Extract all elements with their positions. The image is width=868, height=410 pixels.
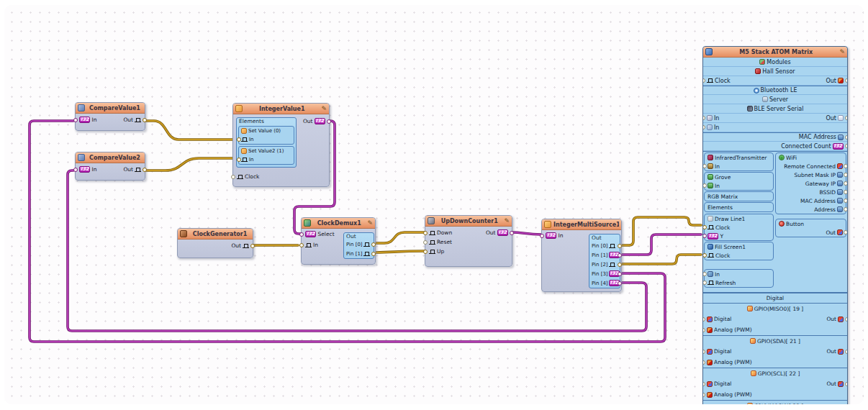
m5-section-label: Hall Sensor bbox=[703, 67, 847, 76]
pin-connector[interactable] bbox=[423, 240, 428, 245]
m5-pin-row: Out bbox=[776, 228, 846, 237]
pin-connector[interactable] bbox=[371, 252, 376, 256]
wire-IntegerMultiSource1.Pin [0] -> M5 Stack ATOM Matrix.Draw Line1.Clock[interactable] bbox=[622, 217, 701, 245]
ble-serial-icon bbox=[747, 106, 753, 111]
pin-connector[interactable] bbox=[250, 244, 255, 248]
wire-UpDownCounter1.Out -> IntegerMultiSource1.In[interactable] bbox=[512, 232, 541, 234]
pin-connector[interactable] bbox=[702, 281, 707, 285]
edit-icon[interactable] bbox=[321, 106, 327, 112]
block-integermultisource1[interactable]: IntegerMultiSource1 I32 In Out Pin [0] P… bbox=[541, 219, 622, 292]
pin-connector[interactable] bbox=[702, 317, 705, 322]
pin-connector[interactable] bbox=[845, 317, 848, 322]
block-updowncounter1[interactable]: UpDownCounter1 Down OutI32 Reset Up bbox=[425, 215, 512, 267]
wire-CompareValue1.Out -> IntegerValue1.Set Value (0).In[interactable] bbox=[145, 121, 233, 140]
pin-connector[interactable] bbox=[845, 78, 848, 83]
block-integervalue1[interactable]: IntegerValue1 Elements Set Value (0) In … bbox=[232, 103, 330, 187]
pin-connector[interactable] bbox=[845, 116, 848, 120]
pin-connector[interactable] bbox=[844, 207, 848, 211]
pin-label: Analog (PWM) bbox=[714, 391, 752, 398]
pin-connector[interactable] bbox=[143, 118, 147, 122]
edit-icon[interactable] bbox=[367, 220, 373, 227]
block-header[interactable]: IntegerMultiSource1 bbox=[542, 219, 621, 230]
pin-connector[interactable] bbox=[540, 234, 544, 238]
pin-connector[interactable] bbox=[299, 232, 304, 237]
pin-row: I32 In bbox=[542, 231, 584, 240]
block-header[interactable]: UpDownCounter1 bbox=[425, 216, 512, 227]
pin-connector[interactable] bbox=[702, 382, 705, 386]
pin-connector[interactable] bbox=[844, 173, 848, 177]
pin-connector[interactable] bbox=[702, 253, 707, 258]
block-clockgenerator1[interactable]: ClockGenerator1 Out bbox=[177, 228, 253, 258]
pin-connector[interactable] bbox=[618, 272, 622, 276]
pin-connector[interactable] bbox=[702, 350, 705, 354]
edit-icon[interactable] bbox=[504, 218, 510, 224]
pin-label: Out bbox=[826, 381, 836, 387]
m5-pin-row: In bbox=[705, 181, 773, 190]
block-m5-stack-atom-matrix[interactable]: M5 Stack ATOM Matrix ModulesHall SensorC… bbox=[702, 46, 848, 404]
m5-pin-row: Gateway IP bbox=[776, 179, 846, 188]
pin-connector[interactable] bbox=[702, 78, 705, 83]
wire-IntegerMultiSource1.Pin [2] -> M5 Stack ATOM Matrix.Fill Screen1.Clock[interactable] bbox=[622, 255, 701, 264]
pin-connector[interactable] bbox=[237, 158, 241, 162]
pin-connector[interactable] bbox=[143, 168, 147, 172]
pin-connector[interactable] bbox=[423, 250, 428, 254]
wire-CompareValue2.Out -> IntegerValue1.Set Value2 (1).In[interactable] bbox=[145, 158, 233, 170]
m5-section-label: Digital bbox=[703, 293, 847, 303]
block-header[interactable]: CompareValue2 bbox=[76, 152, 145, 163]
block-title: M5 Stack ATOM Matrix bbox=[715, 49, 837, 55]
visual-editor-canvas[interactable]: CompareValue1 I32 In Out CompareValue2 I… bbox=[4, 5, 864, 404]
pin-connector[interactable] bbox=[845, 135, 848, 140]
pin-connector[interactable] bbox=[423, 231, 428, 235]
m5-sub-panel: Elements bbox=[704, 202, 774, 212]
element-item[interactable]: Set Value2 (1) In bbox=[238, 146, 294, 165]
wire-ClockDemux1.Pin [0] -> UpDownCounter1.Down[interactable] bbox=[376, 232, 425, 243]
pin-connector[interactable] bbox=[618, 263, 622, 267]
pin-label: In bbox=[249, 157, 254, 163]
block-header[interactable]: CompareValue1 bbox=[76, 103, 145, 114]
edit-icon[interactable] bbox=[839, 49, 845, 55]
pin-label: Elements bbox=[707, 204, 733, 211]
block-comparevalue1[interactable]: CompareValue1 I32 In Out bbox=[75, 102, 145, 131]
pin-connector[interactable] bbox=[371, 242, 376, 247]
block-comparevalue2[interactable]: CompareValue2 I32 In Out bbox=[75, 152, 145, 181]
pin-connector[interactable] bbox=[299, 243, 304, 247]
pin-connector[interactable] bbox=[702, 393, 705, 397]
clock-glyph bbox=[707, 280, 714, 286]
pin-connector[interactable] bbox=[702, 164, 707, 168]
grove-in-icon bbox=[707, 183, 713, 188]
pin-connector[interactable] bbox=[844, 181, 848, 186]
pin-connector[interactable] bbox=[702, 116, 705, 120]
pin-connector[interactable] bbox=[702, 360, 705, 365]
pin-connector[interactable] bbox=[702, 125, 705, 129]
pin-connector[interactable] bbox=[845, 144, 848, 148]
pin-connector[interactable] bbox=[844, 230, 848, 234]
pin-connector[interactable] bbox=[702, 234, 707, 238]
pin-connector[interactable] bbox=[618, 244, 622, 248]
pin-connector[interactable] bbox=[702, 328, 705, 332]
pin-connector[interactable] bbox=[702, 183, 707, 188]
pin-connector[interactable] bbox=[237, 137, 241, 142]
block-clockdemux1[interactable]: ClockDemux1 I32 Select In Out Pin [0] Pi… bbox=[301, 217, 376, 265]
block-header[interactable]: ClockGenerator1 bbox=[178, 229, 253, 240]
pin-connector[interactable] bbox=[702, 225, 707, 229]
pin-connector[interactable] bbox=[845, 382, 848, 386]
block-header[interactable]: IntegerValue1 bbox=[233, 104, 329, 114]
pin-connector[interactable] bbox=[844, 164, 848, 168]
pin-connector[interactable] bbox=[73, 118, 78, 122]
element-item[interactable]: Set Value (0) In bbox=[238, 126, 294, 145]
block-header[interactable]: ClockDemux1 bbox=[302, 218, 375, 229]
pin-connector[interactable] bbox=[702, 272, 707, 276]
pin-connector[interactable] bbox=[327, 119, 331, 124]
pin-connector[interactable] bbox=[844, 190, 848, 194]
pin-connector[interactable] bbox=[73, 168, 78, 172]
pin-connector[interactable] bbox=[845, 350, 848, 354]
pin-connector[interactable] bbox=[618, 253, 622, 258]
pin-connector[interactable] bbox=[844, 199, 848, 203]
pin-connector[interactable] bbox=[510, 231, 514, 235]
pin-connector[interactable] bbox=[231, 175, 235, 179]
block-title: CompareValue1 bbox=[87, 105, 143, 111]
pin-connector[interactable] bbox=[618, 281, 622, 286]
serial-out-icon bbox=[838, 115, 844, 121]
wire-ClockDemux1.Pin [1] -> UpDownCounter1.Up[interactable] bbox=[376, 251, 425, 252]
block-header[interactable]: M5 Stack ATOM Matrix bbox=[703, 47, 847, 58]
